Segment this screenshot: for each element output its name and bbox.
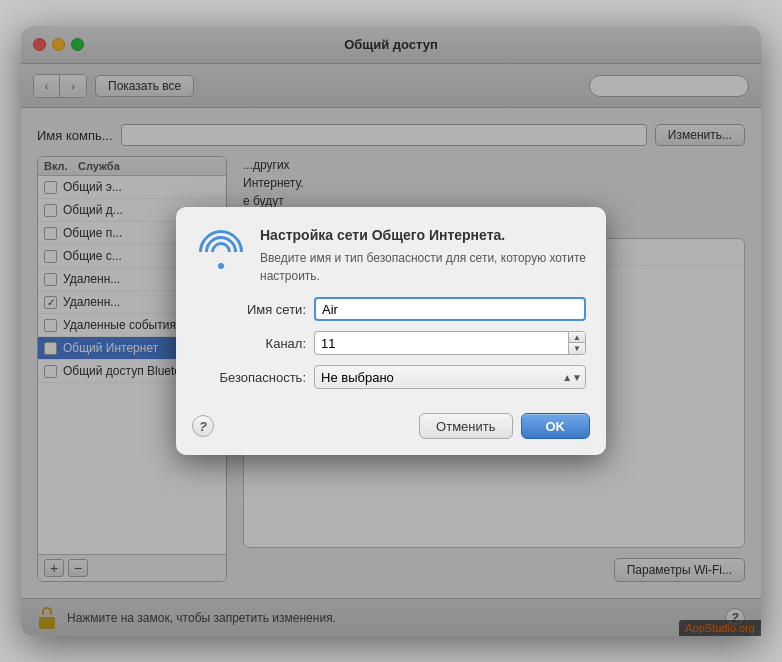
- security-select[interactable]: Не выбрано WEP WPA2 Personal: [314, 365, 586, 389]
- channel-stepper: ▲ ▼: [314, 331, 586, 355]
- network-name-input[interactable]: [314, 297, 586, 321]
- wifi-icon-large: [196, 227, 246, 277]
- security-select-wrapper: Не выбрано WEP WPA2 Personal ▲▼: [314, 365, 586, 389]
- modal-footer: ? Отменить OK: [176, 405, 606, 455]
- main-window: Общий доступ ‹ › Показать все Имя компь.…: [21, 26, 761, 636]
- channel-label: Канал:: [196, 336, 306, 351]
- modal-form: Имя сети: Канал: ▲ ▼ Безопасность:: [176, 297, 606, 405]
- wifi-dot: [218, 263, 224, 269]
- modal-overlay: Настройка сети Общего Интернета. Введите…: [21, 26, 761, 636]
- help-button-modal[interactable]: ?: [192, 415, 214, 437]
- security-label: Безопасность:: [196, 370, 306, 385]
- network-name-row: Имя сети:: [196, 297, 586, 321]
- modal-title: Настройка сети Общего Интернета.: [260, 227, 586, 243]
- modal-dialog: Настройка сети Общего Интернета. Введите…: [176, 207, 606, 455]
- stepper-down[interactable]: ▼: [569, 343, 585, 354]
- stepper-up[interactable]: ▲: [569, 332, 585, 343]
- channel-row: Канал: ▲ ▼: [196, 331, 586, 355]
- stepper-buttons: ▲ ▼: [568, 331, 586, 355]
- channel-input[interactable]: [314, 331, 568, 355]
- modal-actions: Отменить OK: [419, 413, 590, 439]
- cancel-button[interactable]: Отменить: [419, 413, 512, 439]
- network-name-label: Имя сети:: [196, 302, 306, 317]
- security-row: Безопасность: Не выбрано WEP WPA2 Person…: [196, 365, 586, 389]
- modal-header: Настройка сети Общего Интернета. Введите…: [176, 207, 606, 297]
- modal-subtitle: Введите имя и тип безопасности для сети,…: [260, 249, 586, 285]
- modal-title-section: Настройка сети Общего Интернета. Введите…: [260, 227, 586, 285]
- ok-button[interactable]: OK: [521, 413, 591, 439]
